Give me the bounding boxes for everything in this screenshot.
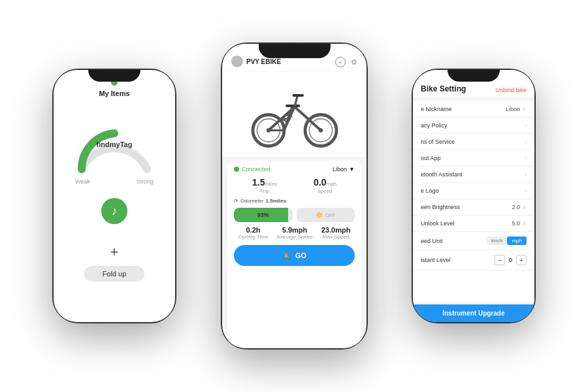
arc-container: findmyTag: [72, 110, 157, 176]
battery-assist-row: 93% 🔆 OFF: [234, 208, 355, 222]
setting-logo[interactable]: e Logo ›: [413, 183, 534, 199]
assist-bar: 🔆 OFF: [297, 208, 355, 222]
privacy-chevron: ›: [525, 122, 527, 129]
assist-off-text: OFF: [325, 212, 336, 218]
battery-percent: 93%: [257, 212, 269, 218]
speed-stat: 0.0mph speed: [314, 176, 336, 194]
setting-privacy[interactable]: acy Policy ›: [413, 118, 534, 134]
go-button[interactable]: 🚴 GO: [234, 245, 355, 266]
level-decrease-button[interactable]: −: [495, 255, 505, 265]
trip-stat: 1.5miles Trip: [252, 176, 277, 194]
bluetooth-chevron: ›: [525, 171, 527, 178]
fold-up-button[interactable]: Fold up: [84, 266, 145, 282]
left-notch: [88, 70, 140, 82]
bike-image-area: [222, 72, 367, 157]
trip-speed-row: 1.5miles Trip 0.0mph speed: [234, 176, 355, 194]
max-speed-stat: 23.0mph Max Speed: [321, 226, 351, 240]
phone-right-screen: Bike Setting Unbind bike e Nickname Libo…: [413, 70, 534, 322]
nickname-value: Libon ∨: [506, 106, 527, 112]
add-button[interactable]: +: [110, 244, 119, 261]
terms-label: ns of Service: [421, 139, 455, 145]
right-header-title: Bike Setting: [421, 84, 466, 93]
odometer-row: ⟳ Odometer 1.5miles: [234, 198, 355, 204]
center-stats-card: Connected Libon ▼ 1.5miles Trip: [227, 161, 361, 348]
terms-chevron: ›: [525, 139, 527, 145]
location-dropdown[interactable]: Libon ▼: [333, 166, 355, 172]
phone-left: My Items findmyTag Weak Strong ♪: [52, 69, 176, 323]
privacy-label: acy Policy: [421, 122, 448, 129]
add-icon-button[interactable]: +: [335, 57, 346, 67]
bike-icon: 🚴: [282, 252, 291, 260]
speed-label: speed: [314, 188, 336, 194]
right-notch: [448, 70, 500, 82]
setting-speed-unit: eed Unit km/h mph: [413, 232, 534, 250]
phone-center-screen: PVY EBIKE + ⚙: [222, 44, 367, 348]
phone-left-screen: My Items findmyTag Weak Strong ♪: [54, 70, 175, 322]
svg-line-7: [295, 106, 321, 130]
mph-button[interactable]: mph: [507, 237, 527, 245]
bottom-stats-row: 0.2h Cycling Time 5.9mph Average Speed 2…: [234, 226, 355, 240]
setting-assist-level: istant Level − 0 +: [413, 250, 534, 270]
svg-line-16: [287, 116, 292, 118]
speed-value: 0.0mph: [314, 176, 336, 188]
avg-speed-stat: 5.9mph Average Speed: [277, 226, 313, 240]
center-content: PVY EBIKE + ⚙: [222, 44, 367, 348]
brightness-label: een Brightness: [421, 204, 460, 210]
level-controls: − 0 +: [495, 255, 527, 265]
logo-chevron: ›: [525, 188, 527, 194]
trip-label: Trip: [252, 188, 277, 194]
bike-svg: [242, 77, 347, 152]
level-increase-button[interactable]: +: [516, 255, 527, 265]
battery-bar: 93%: [234, 208, 293, 222]
bluetooth-label: etooth Assistant: [421, 171, 463, 178]
center-header-title: PVY EBIKE: [246, 58, 281, 65]
setting-bluetooth[interactable]: etooth Assistant ›: [413, 167, 534, 183]
nickname-label: e Nickname: [421, 106, 452, 112]
assist-level-label: istant Level: [421, 257, 451, 263]
about-label: out App: [421, 155, 441, 161]
phones-container: My Items findmyTag Weak Strong ♪: [0, 0, 588, 392]
weak-label: Weak: [75, 178, 90, 185]
instrument-upgrade-button[interactable]: Instrument Upgrade: [413, 304, 534, 322]
setting-nickname[interactable]: e Nickname Libon ∨: [413, 101, 534, 118]
connected-dot: [234, 167, 239, 172]
unbind-button[interactable]: Unbind bike: [495, 87, 527, 93]
setting-about[interactable]: out App ›: [413, 150, 534, 167]
phone-center: PVY EBIKE + ⚙: [221, 42, 368, 350]
unlock-label: Unlock Level: [421, 220, 455, 227]
cycling-time-stat: 0.2h Cycling Time: [238, 226, 269, 240]
connected-status: Connected: [234, 166, 270, 172]
off-icon: 🔆: [316, 212, 323, 218]
gear-icon[interactable]: ⚙: [351, 58, 357, 67]
user-avatar: [231, 56, 243, 67]
level-value: 0: [509, 257, 512, 263]
settings-list: e Nickname Libon ∨ acy Policy › ns of Se…: [413, 101, 534, 302]
left-title: My Items: [99, 90, 129, 97]
kmh-button[interactable]: km/h: [487, 237, 507, 245]
center-header-icons: + ⚙: [335, 57, 357, 67]
connected-row: Connected Libon ▼: [234, 166, 355, 172]
speed-unit-label: eed Unit: [421, 238, 443, 244]
connected-label: Connected: [242, 166, 270, 172]
about-chevron: ›: [525, 155, 527, 161]
center-notch: [259, 44, 331, 58]
phone-right: Bike Setting Unbind bike e Nickname Libo…: [412, 69, 536, 323]
setting-terms[interactable]: ns of Service ›: [413, 134, 534, 150]
findmytag-label: findmyTag: [97, 140, 133, 148]
right-content: Bike Setting Unbind bike e Nickname Libo…: [413, 70, 534, 322]
music-button[interactable]: ♪: [101, 198, 127, 224]
brightness-value: 2.0 ∨: [512, 204, 527, 210]
weak-strong-labels: Weak Strong: [75, 178, 154, 185]
setting-brightness[interactable]: een Brightness 2.0 ∨: [413, 199, 534, 216]
setting-unlock[interactable]: Unlock Level 5.0 ∨: [413, 216, 534, 232]
unlock-value: 5.0 ∨: [512, 220, 527, 227]
strong-label: Strong: [136, 178, 154, 185]
bike-image: [242, 78, 347, 150]
speed-unit-toggle[interactable]: km/h mph: [487, 237, 527, 245]
trip-value: 1.5miles: [252, 176, 277, 188]
logo-label: e Logo: [421, 188, 439, 194]
left-content: My Items findmyTag Weak Strong ♪: [54, 70, 175, 322]
